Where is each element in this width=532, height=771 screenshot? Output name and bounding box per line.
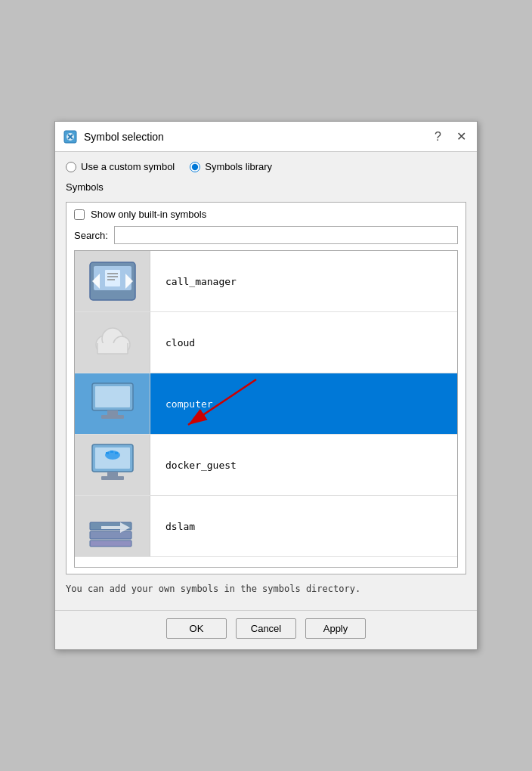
symbol-list-container: call_manager <box>74 250 458 568</box>
radio-symbols-library[interactable]: Symbols library <box>190 161 272 172</box>
svg-rect-28 <box>101 476 124 480</box>
svg-rect-20 <box>101 415 124 419</box>
apply-button[interactable]: Apply <box>305 618 366 639</box>
dialog-body: Use a custom symbol Symbols library Symb… <box>55 152 477 610</box>
radio-custom-symbol[interactable]: Use a custom symbol <box>66 161 175 172</box>
symbol-name: call_manager <box>150 276 237 287</box>
call-manager-icon <box>75 251 150 311</box>
title-bar-left: Symbol selection <box>63 129 164 144</box>
dialog-footer: OK Cancel Apply <box>55 610 477 649</box>
svg-rect-25 <box>110 451 113 453</box>
dialog-title: Symbol selection <box>84 131 164 143</box>
title-bar-right: ? ✕ <box>431 128 469 145</box>
computer-icon <box>75 373 150 434</box>
dslam-icon <box>75 496 150 556</box>
svg-rect-24 <box>106 452 109 454</box>
radio-library-label: Symbols library <box>205 161 272 172</box>
symbol-name: dslam <box>150 521 195 532</box>
svg-rect-18 <box>95 386 130 407</box>
search-input[interactable] <box>114 226 458 244</box>
svg-rect-27 <box>107 472 118 476</box>
svg-rect-19 <box>107 410 118 415</box>
svg-rect-31 <box>90 540 131 547</box>
search-row: Search: <box>74 226 458 244</box>
list-item[interactable]: dslam <box>75 496 457 557</box>
list-item[interactable]: cloud <box>75 312 457 373</box>
search-label: Search: <box>74 230 108 241</box>
help-text: You can add your own symbols in the symb… <box>66 584 466 594</box>
radio-custom-label: Use a custom symbol <box>81 161 175 172</box>
svg-rect-6 <box>105 270 120 286</box>
docker-icon <box>75 435 150 495</box>
symbol-name: cloud <box>150 337 195 348</box>
radio-library-input[interactable] <box>190 162 200 172</box>
cancel-button[interactable]: Cancel <box>236 618 296 639</box>
list-item[interactable]: call_manager <box>75 251 457 312</box>
dialog-icon <box>63 129 78 144</box>
symbol-list[interactable]: call_manager <box>75 251 457 567</box>
built-in-label: Show only built-in symbols <box>91 209 206 220</box>
close-button[interactable]: ✕ <box>453 128 469 145</box>
radio-group: Use a custom symbol Symbols library <box>66 161 466 172</box>
symbols-box: Show only built-in symbols Search: <box>66 202 466 574</box>
built-in-checkbox[interactable] <box>74 209 85 220</box>
title-bar: Symbol selection ? ✕ <box>55 122 477 152</box>
section-label: Symbols <box>66 181 466 193</box>
symbol-selection-dialog: Symbol selection ? ✕ Use a custom symbol… <box>54 121 478 650</box>
help-button[interactable]: ? <box>431 128 444 145</box>
ok-button[interactable]: OK <box>166 618 227 639</box>
checkbox-row: Show only built-in symbols <box>74 209 458 220</box>
list-item[interactable]: computer <box>75 373 457 435</box>
cloud-icon <box>75 312 150 373</box>
symbol-name: computer <box>150 398 213 410</box>
svg-rect-30 <box>90 531 131 539</box>
radio-custom-input[interactable] <box>66 162 76 172</box>
svg-rect-26 <box>115 452 118 454</box>
list-item[interactable]: docker_guest <box>75 435 457 496</box>
symbol-name: docker_guest <box>150 460 237 471</box>
svg-rect-13 <box>97 343 128 354</box>
